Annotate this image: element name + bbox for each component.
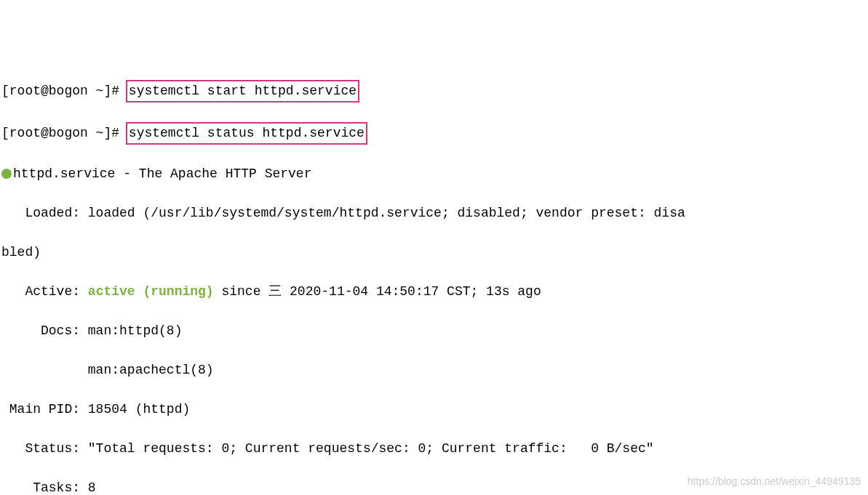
command-highlight-box: systemctl start httpd.service	[126, 80, 359, 102]
watermark-text: https://blog.csdn.net/weixin_44949135	[688, 474, 861, 489]
service-title-line: httpd.service - The Apache HTTP Server	[1, 164, 867, 184]
prompt-line-2: [root@bogon ~]# systemctl status httpd.s…	[1, 122, 867, 145]
active-status: active (running)	[88, 284, 214, 299]
loaded-line: Loaded: loaded (/usr/lib/systemd/system/…	[1, 204, 867, 223]
status-dot-icon	[1, 169, 12, 179]
status-line: Status: "Total requests: 0; Current requ…	[1, 439, 867, 459]
active-prefix: Active:	[1, 284, 88, 299]
service-title: httpd.service - The Apache HTTP Server	[13, 166, 311, 181]
command-2[interactable]: systemctl status httpd.service	[129, 126, 365, 140]
active-line: Active: active (running) since 三 2020-11…	[1, 282, 867, 302]
docs-line-2: man:apachectl(8)	[1, 361, 867, 380]
shell-prompt: [root@bogon ~]#	[1, 126, 127, 140]
command-1[interactable]: systemctl start httpd.service	[129, 84, 357, 98]
command-highlight-box: systemctl status httpd.service	[126, 122, 367, 145]
main-pid-line: Main PID: 18504 (httpd)	[1, 400, 867, 419]
loaded-line-cont: bled)	[1, 243, 867, 262]
active-suffix: since 三 2020-11-04 14:50:17 CST; 13s ago	[214, 284, 541, 299]
shell-prompt: [root@bogon ~]#	[1, 84, 127, 98]
prompt-line-1: [root@bogon ~]# systemctl start httpd.se…	[1, 80, 867, 102]
docs-line-1: Docs: man:httpd(8)	[1, 321, 867, 341]
